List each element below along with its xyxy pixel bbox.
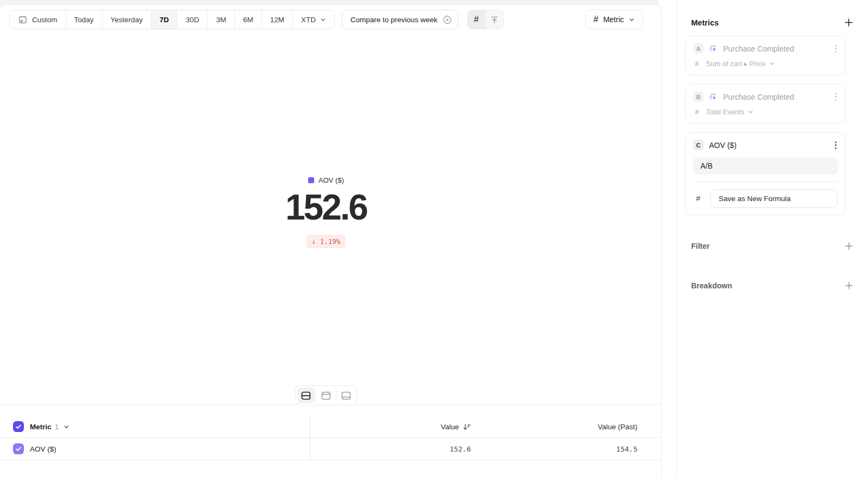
calendar-icon <box>18 15 28 24</box>
date-range-yesterday[interactable]: Yesterday <box>103 10 152 29</box>
metric-badge: B <box>693 92 704 102</box>
add-breakdown-button[interactable] <box>845 281 853 290</box>
event-spark-icon <box>709 44 718 53</box>
hash-icon: # <box>695 60 699 68</box>
breakdown-section-title: Breakdown <box>691 281 732 290</box>
layout-panel-top-button[interactable] <box>317 388 335 403</box>
aggregation-selector[interactable]: Total Events <box>706 108 754 116</box>
row-value: 152.6 <box>450 445 471 453</box>
date-range-6m[interactable]: 6M <box>235 10 262 29</box>
date-range-30d[interactable]: 30D <box>177 10 208 29</box>
compare-chip-label: Compare to previous week <box>350 16 438 24</box>
metrics-section-title: Metrics <box>691 18 719 27</box>
metric-count: 1 <box>55 423 59 431</box>
sort-descending-icon[interactable] <box>463 423 471 431</box>
date-range-today[interactable]: Today <box>66 10 103 29</box>
view-mode-toggle: # <box>467 10 504 29</box>
kpi-legend: AOV ($) <box>0 176 652 184</box>
value-past-column-header[interactable]: Value (Past) <box>598 423 637 431</box>
add-filter-button[interactable] <box>845 242 853 250</box>
row-checkbox[interactable] <box>13 443 24 454</box>
config-sidebar: Metrics A Purchase Completed # Sum of ca… <box>676 0 868 477</box>
date-range-3m[interactable]: 3M <box>208 10 235 29</box>
layout-switcher <box>295 385 357 405</box>
aggregation-selector[interactable]: Sum of cart ▸ Price <box>706 60 775 68</box>
layout-switcher-separator <box>336 389 336 402</box>
table-row: AOV ($) 152.6 154.5 <box>0 438 661 460</box>
metric-title: Purchase Completed <box>723 93 794 101</box>
hash-icon: # <box>695 108 699 116</box>
formula-value: A/B <box>700 162 713 170</box>
chevron-down-icon[interactable] <box>63 424 69 430</box>
metric-title: Purchase Completed <box>723 44 794 53</box>
legend-label: AOV ($) <box>318 176 344 184</box>
date-range-custom-label: Custom <box>32 16 58 24</box>
hash-icon: # <box>474 15 479 24</box>
remove-compare-icon[interactable] <box>443 15 452 24</box>
value-column-header[interactable]: Value <box>441 423 459 431</box>
metric-title: AOV ($) <box>709 141 737 150</box>
view-mode-trend[interactable] <box>486 10 503 29</box>
add-metric-button[interactable] <box>844 18 853 27</box>
chevron-down-icon <box>748 109 754 115</box>
legend-color-swatch <box>308 177 314 183</box>
date-range-xtd[interactable]: XTD <box>293 10 334 29</box>
layout-panel-bottom-button[interactable] <box>337 388 355 403</box>
select-all-checkbox[interactable] <box>13 421 24 432</box>
metric-dropdown-button[interactable]: # Metric <box>585 10 643 29</box>
arrow-up-to-line-icon <box>490 15 499 24</box>
metric-card-c[interactable]: C AOV ($) A/B # Save as New Formula <box>685 132 846 215</box>
chevron-down-icon <box>320 17 326 23</box>
report-canvas: Custom Today Yesterday 7D 30D 3M 6M 12M … <box>0 4 662 477</box>
breakdown-section-header: Breakdown <box>685 281 853 290</box>
metric-column-header: Metric <box>30 423 52 431</box>
date-range-12m[interactable]: 12M <box>262 10 293 29</box>
save-as-new-formula-button[interactable]: Save as New Formula <box>710 189 838 208</box>
layout-split-horizontal-button[interactable] <box>297 388 315 403</box>
metrics-section-header: Metrics <box>685 0 853 36</box>
chevron-down-icon <box>629 17 635 23</box>
row-metric-label: AOV ($) <box>30 445 56 453</box>
date-range-segmented-control: Custom Today Yesterday 7D 30D 3M 6M 12M … <box>9 10 335 29</box>
kpi-change-badge: ↓ 1.19% <box>307 235 346 248</box>
layout-switcher-separator <box>316 389 316 402</box>
metric-menu-icon[interactable] <box>834 92 838 102</box>
toolbar: Custom Today Yesterday 7D 30D 3M 6M 12M … <box>9 10 652 29</box>
filter-section-title: Filter <box>691 242 710 250</box>
metric-badge: A <box>693 43 704 54</box>
date-range-custom[interactable]: Custom <box>10 10 66 29</box>
view-mode-number[interactable]: # <box>468 10 486 29</box>
metric-card-b[interactable]: B Purchase Completed # Total Events <box>685 84 846 124</box>
metric-menu-icon[interactable] <box>834 140 838 150</box>
formula-input[interactable]: A/B <box>693 157 838 175</box>
row-value-past: 154.5 <box>616 445 637 453</box>
metric-card-a[interactable]: A Purchase Completed # Sum of cart ▸ Pri… <box>685 36 846 75</box>
hash-icon: # <box>593 15 598 24</box>
kpi-value: 152.6 <box>0 188 652 226</box>
chevron-down-icon <box>769 61 775 67</box>
event-spark-icon <box>709 93 718 101</box>
filter-section-header: Filter <box>685 242 853 250</box>
card-divider <box>692 182 839 182</box>
metric-badge: C <box>693 140 704 150</box>
main-area: Custom Today Yesterday 7D 30D 3M 6M 12M … <box>0 0 662 477</box>
table-header-row: Metric 1 Value Value (Past) <box>0 416 661 438</box>
date-range-7d[interactable]: 7D <box>151 10 177 29</box>
hash-icon: # <box>696 194 700 203</box>
compare-chip[interactable]: Compare to previous week <box>342 10 458 29</box>
metric-menu-icon[interactable] <box>834 44 838 54</box>
metric-dropdown-label: Metric <box>603 15 624 24</box>
